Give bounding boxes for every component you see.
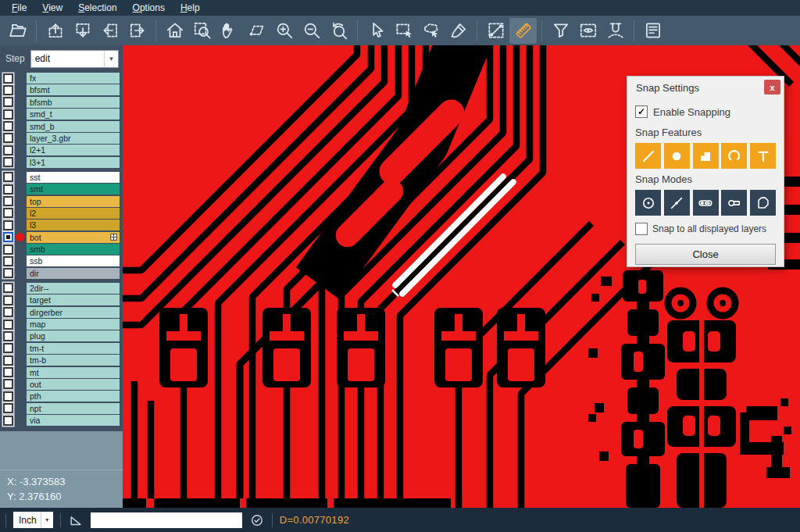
layer-name-bar[interactable]: l2 xyxy=(27,208,120,219)
layer-row-l3+1[interactable]: l3+1 xyxy=(0,157,123,168)
toolbar-button-view-box-icon[interactable] xyxy=(574,18,602,44)
menu-file[interactable]: File xyxy=(5,2,35,13)
layer-row-tm-b[interactable]: tm-b xyxy=(0,355,123,366)
layer-checkbox[interactable] xyxy=(3,256,13,266)
layer-name-bar[interactable]: 2dir-- xyxy=(27,283,120,294)
layer-row-smd_b[interactable]: smd_b xyxy=(0,121,123,132)
layer-checkbox[interactable] xyxy=(3,73,13,84)
snap-mode-pad-icon[interactable] xyxy=(693,190,719,216)
unit-dropdown[interactable]: Inch ▾ xyxy=(13,512,53,528)
layer-row-bfsmt[interactable]: bfsmt xyxy=(0,84,123,95)
enable-snapping-row[interactable]: ✓ Enable Snapping xyxy=(635,105,776,118)
layer-name-bar[interactable]: l3 xyxy=(27,220,120,230)
layer-checkbox[interactable] xyxy=(3,416,13,426)
command-input[interactable] xyxy=(91,512,242,528)
layer-row-smd_t[interactable]: smd_t xyxy=(0,109,123,120)
layer-name-bar[interactable]: bot xyxy=(27,232,120,243)
layer-name-bar[interactable]: sst xyxy=(27,172,120,183)
snap-mode-point-on-line-icon[interactable] xyxy=(664,190,690,216)
layer-checkbox[interactable] xyxy=(3,232,13,242)
layer-row-smt[interactable]: smt xyxy=(0,184,123,195)
layer-checkbox[interactable] xyxy=(3,97,13,107)
snap-feature-text-icon[interactable] xyxy=(750,143,776,169)
layer-name-bar[interactable]: target xyxy=(27,295,120,305)
toolbar-button-open-folder-icon[interactable] xyxy=(4,18,31,44)
snap-feature-circle-icon[interactable] xyxy=(664,143,690,169)
layer-row-bot[interactable]: bot xyxy=(0,232,123,243)
layer-name-bar[interactable]: tm-t xyxy=(27,343,120,354)
layer-name-bar[interactable]: dirgerber xyxy=(27,307,120,318)
step-dropdown[interactable]: edit ▾ xyxy=(30,50,119,68)
layer-name-bar[interactable]: mt xyxy=(27,367,120,378)
layer-name-bar[interactable]: smd_b xyxy=(27,121,120,132)
layer-name-bar[interactable]: pth xyxy=(27,391,120,402)
layer-checkbox[interactable] xyxy=(3,268,13,278)
toolbar-button-ruler-icon[interactable] xyxy=(509,18,537,44)
layer-checkbox[interactable] xyxy=(3,196,13,206)
layer-row-ssb[interactable]: ssb xyxy=(0,255,123,266)
toolbar-button-zoom-object-icon[interactable] xyxy=(243,18,270,44)
toolbar-button-pan-left-icon[interactable] xyxy=(96,18,123,44)
layer-checkbox[interactable] xyxy=(3,283,13,293)
layer-checkbox[interactable] xyxy=(3,184,13,195)
snap-mode-slot-icon[interactable] xyxy=(721,190,747,216)
layer-checkbox[interactable] xyxy=(3,355,13,366)
layer-row-out[interactable]: out xyxy=(0,379,123,390)
layer-name-bar[interactable]: layer_3.gbr xyxy=(27,133,120,144)
layer-row-top[interactable]: top xyxy=(0,196,123,207)
layer-name-bar[interactable]: tm-b xyxy=(27,355,120,366)
close-button[interactable]: Close xyxy=(635,244,776,265)
layer-name-bar[interactable]: fx xyxy=(27,73,120,84)
menu-help[interactable]: Help xyxy=(173,2,209,13)
layer-checkbox[interactable] xyxy=(3,172,13,182)
layer-row-plug[interactable]: plug xyxy=(0,330,123,341)
layer-name-bar[interactable]: dir xyxy=(27,268,120,279)
layer-name-bar[interactable]: via xyxy=(27,415,120,426)
toolbar-button-pan-down-icon[interactable] xyxy=(69,18,96,44)
layer-name-bar[interactable]: top xyxy=(27,196,120,207)
menu-view[interactable]: View xyxy=(35,2,71,13)
layer-name-bar[interactable]: map xyxy=(27,319,120,330)
layer-name-bar[interactable]: l2+1 xyxy=(27,145,120,155)
toolbar-button-pan-up-icon[interactable] xyxy=(41,18,69,44)
snap-feature-arc-icon[interactable] xyxy=(721,143,747,169)
snap-feature-line-icon[interactable] xyxy=(635,143,661,169)
layer-row-bfsmb[interactable]: bfsmb xyxy=(0,97,123,108)
enable-snapping-checkbox[interactable]: ✓ xyxy=(635,105,648,118)
layer-name-bar[interactable]: l3+1 xyxy=(27,157,120,168)
layer-row-map[interactable]: map xyxy=(0,319,123,330)
toolbar-button-pan-right-icon[interactable] xyxy=(123,18,151,44)
toolbar-button-zoom-area-icon[interactable] xyxy=(188,18,216,44)
layer-row-dir[interactable]: dir xyxy=(0,268,123,279)
layer-checkbox[interactable] xyxy=(3,157,13,167)
layer-row-sst[interactable]: sst xyxy=(0,172,123,183)
layer-name-bar[interactable]: npt xyxy=(27,403,120,414)
layer-checkbox[interactable] xyxy=(3,403,13,413)
all-layers-checkbox[interactable] xyxy=(635,223,648,235)
snap-feature-surface-icon[interactable] xyxy=(693,143,719,169)
layer-name-bar[interactable]: bfsmb xyxy=(27,97,120,108)
apply-check-icon[interactable] xyxy=(249,512,265,528)
chevron-down-icon[interactable]: ▾ xyxy=(104,51,118,67)
layer-checkbox[interactable] xyxy=(3,109,13,120)
layer-row-l2+1[interactable]: l2+1 xyxy=(0,145,123,155)
toolbar-button-measure-line-icon[interactable] xyxy=(482,18,509,44)
layer-checkbox[interactable] xyxy=(3,379,13,389)
layer-row-pth[interactable]: pth xyxy=(0,391,123,402)
layer-name-bar[interactable]: bfsmt xyxy=(27,84,120,95)
layer-checkbox[interactable] xyxy=(3,133,13,143)
dialog-close-icon[interactable]: x xyxy=(764,80,780,95)
layer-row-fx[interactable]: fx xyxy=(0,73,123,84)
snap-mode-center-icon[interactable] xyxy=(635,190,661,216)
angle-icon[interactable] xyxy=(68,512,84,528)
layer-checkbox[interactable] xyxy=(3,220,13,230)
layer-checkbox[interactable] xyxy=(3,145,13,155)
toolbar-button-paint-brush-icon[interactable] xyxy=(445,18,472,44)
toolbar-button-zoom-in-icon[interactable] xyxy=(270,18,298,44)
layer-checkbox[interactable] xyxy=(3,245,13,255)
layer-checkbox[interactable] xyxy=(3,121,13,131)
layer-checkbox[interactable] xyxy=(3,367,13,377)
layer-row-via[interactable]: via xyxy=(0,415,123,426)
chevron-down-icon[interactable]: ▾ xyxy=(41,512,53,528)
toolbar-button-zoom-out-icon[interactable] xyxy=(298,18,325,44)
